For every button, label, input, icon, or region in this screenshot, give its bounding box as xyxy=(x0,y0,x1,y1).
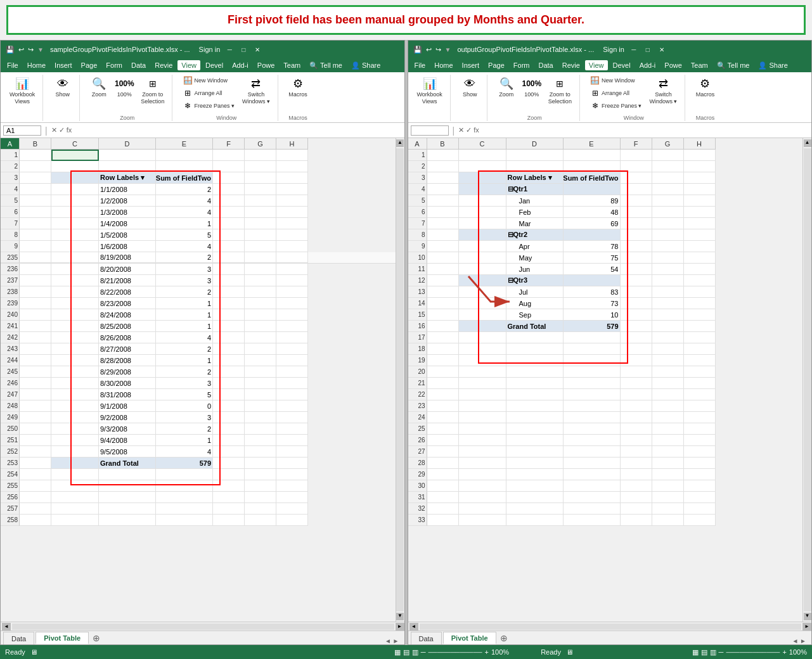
right-menu-file[interactable]: File xyxy=(411,60,430,70)
left-zoom-100-btn[interactable]: 100% 100% xyxy=(113,75,136,99)
left-col-header-C[interactable]: C xyxy=(51,138,99,150)
left-menu-page[interactable]: Page xyxy=(77,60,101,70)
right-menu-devel[interactable]: Devel xyxy=(609,60,635,70)
right-menu-form[interactable]: Form xyxy=(510,60,534,70)
left-col-header-B[interactable]: B xyxy=(20,138,51,150)
left-menu-view[interactable]: View xyxy=(177,60,200,70)
left-menu-file[interactable]: File xyxy=(3,60,22,70)
left-workbook-views-btn[interactable]: 📊 WorkbookViews xyxy=(7,75,37,106)
left-arrange-all-btn[interactable]: ⊞ Arrange All xyxy=(180,87,237,99)
left-menu-form[interactable]: Form xyxy=(102,60,126,70)
left-show-btn[interactable]: 👁 Show xyxy=(51,75,74,99)
left-col-header-E[interactable]: E xyxy=(156,138,213,150)
right-col-header-C[interactable]: C xyxy=(459,138,506,150)
right-col-header-A[interactable]: A xyxy=(408,138,427,150)
view-normal-icon[interactable]: ▦ xyxy=(394,648,401,656)
right-menu-power[interactable]: Powe xyxy=(661,60,686,70)
left-col-header-A[interactable]: A xyxy=(1,138,20,150)
right-view-page-icon[interactable]: ▥ xyxy=(710,648,716,656)
right-minimize-btn[interactable]: ─ xyxy=(628,45,640,54)
left-menu-team[interactable]: Team xyxy=(280,60,304,70)
left-formula-input[interactable] xyxy=(74,127,401,134)
right-menu-review[interactable]: Revie xyxy=(558,60,584,70)
right-col-header-D[interactable]: D xyxy=(506,138,564,150)
left-close-btn[interactable]: ✕ xyxy=(252,45,263,54)
right-col-header-G[interactable]: G xyxy=(652,138,684,150)
right-redo-icon[interactable]: ↪ xyxy=(435,46,441,54)
right-col-header-H[interactable]: H xyxy=(684,138,716,150)
right-formula-input[interactable] xyxy=(482,127,809,134)
left-new-window-btn[interactable]: 🪟 New Window xyxy=(180,75,237,86)
left-col-header-D[interactable]: D xyxy=(99,138,156,150)
right-menu-view[interactable]: View xyxy=(585,60,608,70)
left-menu-devel[interactable]: Devel xyxy=(202,60,227,70)
right-menu-team[interactable]: Team xyxy=(687,60,712,70)
right-workbook-views-btn[interactable]: 📊 WorkbookViews xyxy=(415,75,445,106)
left-save-icon[interactable]: 💾 xyxy=(6,46,15,54)
right-save-icon[interactable]: 💾 xyxy=(413,46,422,54)
right-view-normal-icon[interactable]: ▦ xyxy=(692,648,699,656)
view-page-icon[interactable]: ▥ xyxy=(412,648,418,656)
right-zoom-slider[interactable]: ──────────── xyxy=(726,649,780,656)
zoom-minus-btn[interactable]: ─ xyxy=(421,648,426,656)
left-col-header-G[interactable]: G xyxy=(245,138,276,150)
left-switch-windows-btn[interactable]: ⇄ SwitchWindows ▾ xyxy=(240,75,273,106)
right-col-header-B[interactable]: B xyxy=(427,138,459,150)
left-zoom-btn[interactable]: 🔍 Zoom xyxy=(87,75,110,99)
left-vscrollbar[interactable]: ▲ ▼ xyxy=(396,138,404,622)
right-view-layout-icon[interactable]: ▤ xyxy=(701,648,707,656)
zoom-plus-btn[interactable]: + xyxy=(485,648,489,656)
left-sign-in[interactable]: Sign in xyxy=(199,46,221,53)
left-zoom-to-selection-btn[interactable]: ⊞ Zoom toSelection xyxy=(138,75,167,106)
right-show-btn[interactable]: 👁 Show xyxy=(458,75,481,99)
left-undo-icon[interactable]: ↩ xyxy=(18,46,24,54)
left-redo-icon[interactable]: ↪ xyxy=(28,46,34,54)
left-macros-btn[interactable]: ⚙ Macros xyxy=(286,75,310,99)
left-tab-add[interactable]: ⊕ xyxy=(90,632,103,644)
left-tab-pivot[interactable]: Pivot Table xyxy=(35,632,89,644)
left-tab-data[interactable]: Data xyxy=(3,632,34,644)
left-cell-ref[interactable] xyxy=(3,125,41,136)
left-menu-power[interactable]: Powe xyxy=(254,60,279,70)
right-menu-share[interactable]: 👤 Share xyxy=(754,60,791,71)
right-menu-tellme[interactable]: 🔍 Tell me xyxy=(713,60,754,71)
right-arrange-all-btn[interactable]: ⊞ Arrange All xyxy=(588,87,645,99)
right-tab-data[interactable]: Data xyxy=(411,632,442,644)
right-macros-btn[interactable]: ⚙ Macros xyxy=(693,75,718,99)
right-col-header-F[interactable]: F xyxy=(621,138,652,150)
right-restore-btn[interactable]: □ xyxy=(642,45,654,54)
right-close-btn[interactable]: ✕ xyxy=(656,45,667,54)
right-menu-home[interactable]: Home xyxy=(430,60,456,70)
left-menu-insert[interactable]: Insert xyxy=(51,60,76,70)
right-col-header-E[interactable]: E xyxy=(564,138,621,150)
left-menu-tellme[interactable]: 🔍 Tell me xyxy=(306,60,346,71)
right-zoom-minus-btn[interactable]: ─ xyxy=(719,648,724,656)
left-freeze-panes-btn[interactable]: ❄ Freeze Panes ▾ xyxy=(180,100,237,112)
right-hscrollbar[interactable]: ◄ ► xyxy=(408,622,812,630)
left-menu-data[interactable]: Data xyxy=(127,60,150,70)
right-tab-pivot[interactable]: Pivot Table xyxy=(443,632,496,644)
left-menu-share[interactable]: 👤 Share xyxy=(347,60,384,71)
right-vscrollbar[interactable]: ▲ ▼ xyxy=(802,138,811,622)
right-menu-insert[interactable]: Insert xyxy=(458,60,484,70)
left-col-header-H[interactable]: H xyxy=(276,138,308,150)
right-zoom-100-btn[interactable]: 100% 100% xyxy=(520,75,543,99)
left-hscrollbar[interactable]: ◄ ► xyxy=(1,622,404,630)
zoom-slider[interactable]: ──────────── xyxy=(429,649,482,656)
right-cell-ref[interactable] xyxy=(411,125,449,136)
left-menu-addin[interactable]: Add-i xyxy=(228,60,252,70)
right-sign-in[interactable]: Sign in xyxy=(603,46,624,53)
left-minimize-btn[interactable]: ─ xyxy=(224,45,235,54)
left-col-header-F[interactable]: F xyxy=(213,138,245,150)
left-menu-home[interactable]: Home xyxy=(23,60,49,70)
right-zoom-to-selection-btn[interactable]: ⊞ Zoom toSelection xyxy=(546,75,574,106)
right-menu-data[interactable]: Data xyxy=(534,60,557,70)
right-tab-add[interactable]: ⊕ xyxy=(498,632,510,644)
right-new-window-btn[interactable]: 🪟 New Window xyxy=(588,75,645,86)
right-menu-addin[interactable]: Add-i xyxy=(636,60,660,70)
right-freeze-panes-btn[interactable]: ❄ Freeze Panes ▾ xyxy=(588,100,645,112)
left-menu-review[interactable]: Revie xyxy=(151,60,176,70)
right-menu-page[interactable]: Page xyxy=(484,60,508,70)
left-restore-btn[interactable]: □ xyxy=(238,45,249,54)
right-switch-windows-btn[interactable]: ⇄ SwitchWindows ▾ xyxy=(647,75,680,106)
